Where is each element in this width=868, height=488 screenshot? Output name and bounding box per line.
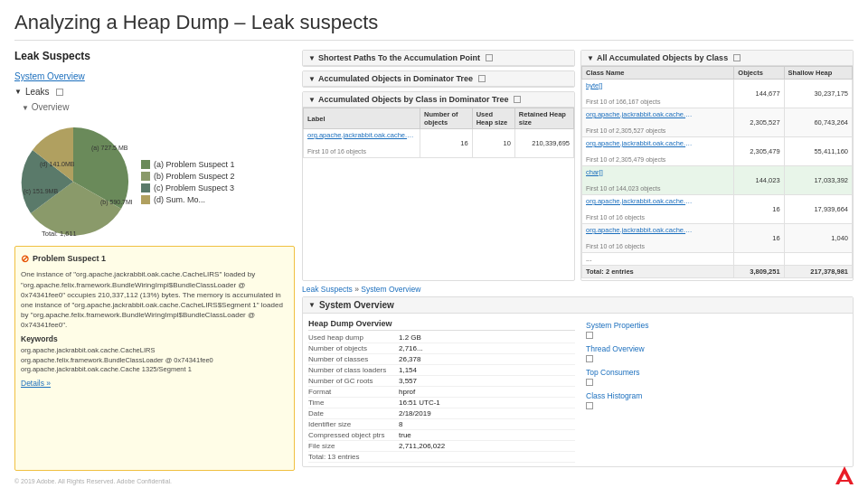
table-row: org.apache.jackrabbit.oak.cache.CacheLIR…: [582, 108, 853, 137]
all-row-heap-1: 30,237,175: [784, 80, 852, 108]
sys-col-right: System Properties Thread Overview Top Co…: [580, 317, 847, 463]
adobe-logo: [835, 466, 854, 484]
leaks-triangle-icon: ▼: [14, 88, 22, 96]
sys-overview-triangle: ▼: [308, 301, 316, 309]
all-row-objects-1: 144,677: [734, 80, 784, 108]
acc-class-info[interactable]: [514, 96, 521, 103]
all-row-name-2: org.apache.jackrabbit.oak.cache.CacheLIR…: [582, 108, 734, 137]
sys-row-identifier: Identifier size8: [308, 419, 575, 430]
shortest-paths-triangle: ▼: [308, 54, 316, 62]
nav-link-class-histogram[interactable]: Class Histogram: [586, 391, 842, 400]
all-row-total-objects: 3,809,251: [734, 266, 784, 278]
system-overview-title: ▼ System Overview: [303, 297, 853, 314]
table-row: ...: [582, 253, 853, 266]
all-accumulated-table: Class Name Objects Shallow Heap byte[]Fi…: [581, 66, 853, 278]
content-area: Leak Suspects System Overview ▼ Leaks ▼ …: [14, 50, 854, 471]
shortest-paths-header: ▼ Shortest Paths To the Accumulation Poi…: [303, 51, 574, 66]
all-row-heap-5: 17,939,664: [784, 195, 852, 224]
all-row-total-heap: 217,378,981: [784, 266, 852, 278]
svg-text:(d) 141.0MB: (d) 141.0MB: [40, 161, 75, 168]
sys-row-compressed: Compressed object ptrstrue: [308, 430, 575, 441]
acc-obj-triangle: ▼: [308, 75, 316, 83]
pie-chart-container: (a) 727.5 MB (b) 590.7MB (c) 151.9MB (d)…: [14, 123, 295, 240]
dom-col-retained: Retained Heap size: [514, 108, 573, 129]
table-row-total: Total: 2 entries 3,809,251 217,378,981: [582, 266, 853, 278]
sys-row-date: Date2/18/2019: [308, 408, 575, 419]
shortest-paths-panel: ▼ Shortest Paths To the Accumulation Poi…: [302, 50, 575, 67]
all-row-heap-2: 60,743,264: [784, 108, 852, 137]
table-row: org.apache.jackrabbit.oak.cache.CacheLIR…: [582, 137, 853, 166]
table-row: org.apache.jackrabbit.oak.cache.CacheLIR…: [582, 195, 853, 224]
top-consumers-icon[interactable]: [586, 379, 593, 386]
accumulated-objects-title: Accumulated Objects in Dominator Tree: [318, 74, 473, 83]
table-row: byte[]First 10 of 166,167 objects 144,67…: [582, 80, 853, 108]
all-acc-triangle: ▼: [587, 54, 594, 62]
table-row: char[]First 10 of 144,023 objects 144,02…: [582, 166, 853, 195]
right-bottom: Leak Suspects » System Overview ▼ System…: [302, 285, 854, 471]
svg-rect-7: [840, 480, 849, 482]
all-row-objects-3: 2,305,479: [734, 137, 784, 166]
main-title: Analyzing a Heap Dump – Leak suspects: [14, 11, 854, 41]
legend-item-b: (b) Problem Suspect 2: [141, 172, 235, 181]
svg-text:(c) 151.9MB: (c) 151.9MB: [24, 188, 58, 195]
svg-text:Total: 1,611: Total: 1,611: [42, 230, 77, 238]
copyright: © 2019 Adobe. All Rights Reserved. Adobe…: [14, 478, 172, 484]
sys-row-num-objects: Number of objects2,716...: [308, 343, 575, 354]
sys-row-file-size: File size2,711,206,022: [308, 441, 575, 452]
nav-link-top-consumers[interactable]: Top Consumers: [586, 368, 842, 377]
right-panel: ▼ Shortest Paths To the Accumulation Poi…: [302, 50, 854, 471]
all-row-name-3: org.apache.jackrabbit.oak.cache.CacheLIR…: [582, 137, 734, 166]
problem-header-label: Problem Suspect 1: [33, 253, 106, 265]
all-col-heap: Shallow Heap: [784, 67, 852, 80]
all-row-name-1: byte[]First 10 of 166,167 objects: [582, 80, 734, 108]
all-row-name-6: org.apache.jackrabbit.oak.cache.CacheLIR…: [582, 224, 734, 253]
all-col-name: Class Name: [582, 67, 734, 80]
system-overview-link[interactable]: System Overview: [14, 71, 295, 81]
accumulated-objects-panel: ▼ Accumulated Objects in Dominator Tree: [302, 70, 575, 88]
all-row-total-label: Total: 2 entries: [582, 266, 734, 278]
dom-row-label: org.apache.jackrabbit.oak.cache.CacheLIR…: [304, 129, 420, 158]
all-row-objects-5: 16: [734, 195, 784, 224]
acc-obj-info[interactable]: [478, 75, 486, 82]
nav-link-system-properties[interactable]: System Properties: [586, 321, 842, 330]
leaks-info-icon[interactable]: [56, 89, 63, 96]
all-row-heap-6: 1,040: [784, 224, 852, 253]
breadcrumb: Leak Suspects » System Overview: [302, 285, 854, 294]
nav-links: System Properties Thread Overview Top Co…: [580, 317, 847, 413]
sys-overview-content: Heap Dump Overview Used heap dump1.2 GB …: [303, 314, 853, 466]
all-acc-info[interactable]: [733, 54, 741, 61]
thread-overview-icon[interactable]: [586, 355, 593, 362]
sys-props-icon[interactable]: [586, 332, 593, 339]
keywords-title: Keywords: [21, 334, 288, 345]
warning-icon: ⊘: [21, 252, 29, 266]
legend-label-c: (c) Problem Suspect 3: [154, 183, 234, 192]
breadcrumb-system-overview[interactable]: System Overview: [361, 285, 420, 294]
leaks-header: ▼ Leaks: [14, 87, 295, 97]
details-link[interactable]: Details »: [21, 379, 51, 389]
dom-col-label: Label: [304, 108, 420, 129]
table-row: org.apache.jackrabbit.oak.cache.CacheLIR…: [304, 129, 574, 158]
legend-item-a: (a) Problem Suspect 1: [141, 160, 235, 169]
all-col-objects: Objects: [734, 67, 784, 80]
sys-row-total: Total: 13 entries: [308, 452, 575, 463]
overview-triangle: ▼: [22, 104, 29, 112]
dom-col-used: Used Heap size: [472, 108, 514, 129]
sys-row-time: Time16:51 UTC-1: [308, 398, 575, 408]
sys-row-gc-roots: Number of GC roots3,557: [308, 376, 575, 387]
problem-header: ⊘ Problem Suspect 1: [21, 252, 288, 266]
pie-legend: (a) Problem Suspect 1 (b) Problem Suspec…: [141, 160, 235, 204]
sys-col-left: Heap Dump Overview Used heap dump1.2 GB …: [308, 317, 575, 463]
nav-link-thread-overview[interactable]: Thread Overview: [586, 344, 842, 353]
class-histogram-icon[interactable]: [586, 402, 593, 409]
section-title: Leak Suspects: [14, 50, 295, 62]
dom-col-objects: Number of objects: [420, 108, 473, 129]
legend-item-d: (d) Sum. Mo...: [141, 195, 235, 204]
dom-row-retained: 210,339,695: [514, 129, 573, 158]
breadcrumb-leak-suspects[interactable]: Leak Suspects: [302, 285, 353, 294]
all-row-heap-7: [784, 253, 852, 266]
all-row-heap-4: 17,033,392: [784, 166, 852, 195]
accumulated-objects-header: ▼ Accumulated Objects in Dominator Tree: [303, 71, 574, 87]
shortest-paths-info[interactable]: [486, 54, 493, 61]
sys-row-class-loaders: Number of class loaders1,154: [308, 365, 575, 376]
dominator-table: Label Number of objects Used Heap size R…: [303, 108, 574, 158]
